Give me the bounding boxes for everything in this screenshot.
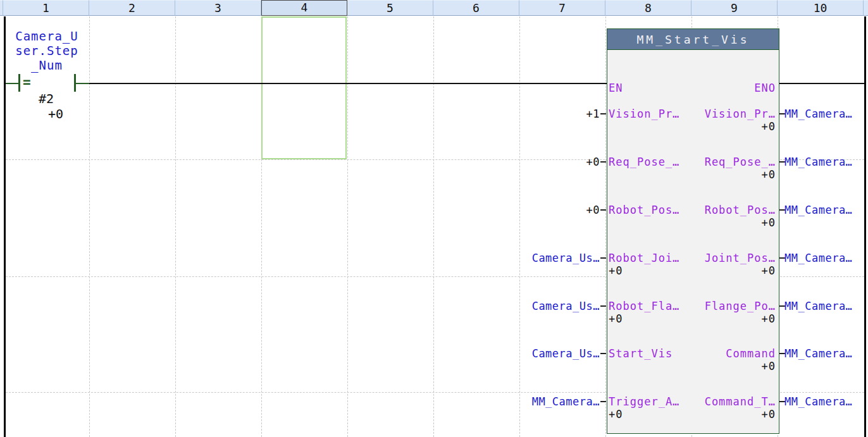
column-header-2[interactable]: 2 <box>89 0 175 16</box>
pin-stub-left <box>600 401 606 402</box>
output-pin-label[interactable]: Joint_Pos… <box>705 252 776 264</box>
input-operand[interactable]: Camera_Us… <box>532 252 600 264</box>
wire-eno-to-rail <box>779 83 864 84</box>
output-operand[interactable]: MM_Camera… <box>784 156 852 168</box>
function-block-title[interactable]: MM_Start_Vis <box>607 29 779 50</box>
output-pin-value: +0 <box>762 168 776 181</box>
input-pin-label[interactable]: Robot_Pos… <box>609 204 679 216</box>
input-pin-label[interactable]: Vision_Pr… <box>609 108 679 120</box>
output-pin-value: +0 <box>762 312 776 325</box>
input-operand[interactable]: Camera_Us… <box>532 300 600 312</box>
column-header-4-selected[interactable]: 4 <box>261 0 347 16</box>
ladder-editor-canvas: 1 2 3 4 5 6 7 8 9 10 Camera_User.Step_Nu… <box>0 0 868 437</box>
pin-stub-left <box>600 257 606 259</box>
column-header-row: 1 2 3 4 5 6 7 8 9 10 <box>0 0 868 16</box>
selection-cursor-cell[interactable] <box>261 16 347 159</box>
output-pin-value: +0 <box>762 408 776 421</box>
output-pin-value: +0 <box>762 360 776 372</box>
input-pin-label[interactable]: Req_Pose_… <box>609 156 679 168</box>
contact-variable-label[interactable]: Camera_User.Step_Num <box>8 29 85 73</box>
input-pin-value: +0 <box>609 312 623 325</box>
grid-line-vertical <box>433 16 434 437</box>
column-header-8[interactable]: 8 <box>605 0 691 16</box>
column-header-1[interactable]: 1 <box>3 0 89 16</box>
output-operand[interactable]: MM_Camera… <box>784 300 852 312</box>
column-header-7[interactable]: 7 <box>519 0 605 16</box>
input-operand[interactable]: +0 <box>586 156 600 168</box>
input-pin-label[interactable]: Robot_Fla… <box>609 300 679 312</box>
output-pin-label[interactable]: Flange_Po… <box>705 300 776 312</box>
function-block[interactable]: MM_Start_Vis <box>607 28 779 434</box>
output-pin-label[interactable]: Robot_Pos… <box>705 204 776 216</box>
pin-stub-left <box>600 305 606 307</box>
input-pin-value: +0 <box>609 408 623 421</box>
column-header-9[interactable]: 9 <box>691 0 778 16</box>
grid-line-vertical <box>89 16 90 437</box>
pin-stub-left <box>600 209 606 211</box>
contact-bar-right-icon <box>74 74 76 92</box>
input-operand[interactable]: MM_Camera… <box>532 395 600 408</box>
output-pin-value: +0 <box>762 120 776 133</box>
wire-contact-right <box>75 83 89 84</box>
pin-stub-left <box>600 353 606 354</box>
input-operand[interactable]: Camera_Us… <box>532 347 600 360</box>
output-operand[interactable]: MM_Camera… <box>784 108 852 120</box>
pin-stub-left <box>600 113 606 114</box>
output-pin-value: +0 <box>762 264 776 277</box>
input-operand[interactable]: +1 <box>586 108 600 120</box>
input-pin-label[interactable]: Robot_Joi… <box>609 252 679 264</box>
output-pin-label[interactable]: Command <box>726 347 776 360</box>
grid-line-vertical <box>605 16 606 437</box>
grid-line-vertical <box>175 16 176 437</box>
right-power-rail <box>864 16 866 437</box>
column-header-5[interactable]: 5 <box>347 0 433 16</box>
output-pin-label[interactable]: Vision_Pr… <box>705 108 776 120</box>
wire-rung-to-block <box>89 83 607 84</box>
output-operand[interactable]: MM_Camera… <box>784 252 852 264</box>
grid-line-vertical <box>347 16 348 437</box>
contact-compare-value[interactable]: #2 <box>30 91 62 106</box>
column-header-10[interactable]: 10 <box>778 0 864 16</box>
output-operand[interactable]: MM_Camera… <box>784 347 852 360</box>
output-pin-label[interactable]: Req_Pose_… <box>705 156 776 168</box>
output-pin-value: +0 <box>762 216 776 229</box>
input-pin-label[interactable]: Start_Vis <box>609 347 673 360</box>
input-operand[interactable]: +0 <box>586 204 600 216</box>
contact-operator-icon: = <box>23 75 31 90</box>
pin-eno[interactable]: ENO <box>754 82 776 94</box>
header-right-gutter <box>864 0 868 16</box>
pin-stub-left <box>600 161 606 163</box>
column-header-3[interactable]: 3 <box>175 0 261 16</box>
input-pin-value: +0 <box>609 264 623 277</box>
contact-bar-left-icon <box>18 74 20 92</box>
left-power-rail <box>4 16 6 437</box>
wire-contact-left <box>6 83 19 84</box>
output-pin-label[interactable]: Command_T… <box>705 395 776 408</box>
output-operand[interactable]: MM_Camera… <box>784 204 852 216</box>
grid-line-vertical <box>519 16 520 437</box>
output-operand[interactable]: MM_Camera… <box>784 395 852 408</box>
contact-current-value: +0 <box>40 106 71 121</box>
pin-en[interactable]: EN <box>609 82 623 94</box>
input-pin-label[interactable]: Trigger_A… <box>609 395 679 408</box>
column-header-6[interactable]: 6 <box>433 0 519 16</box>
